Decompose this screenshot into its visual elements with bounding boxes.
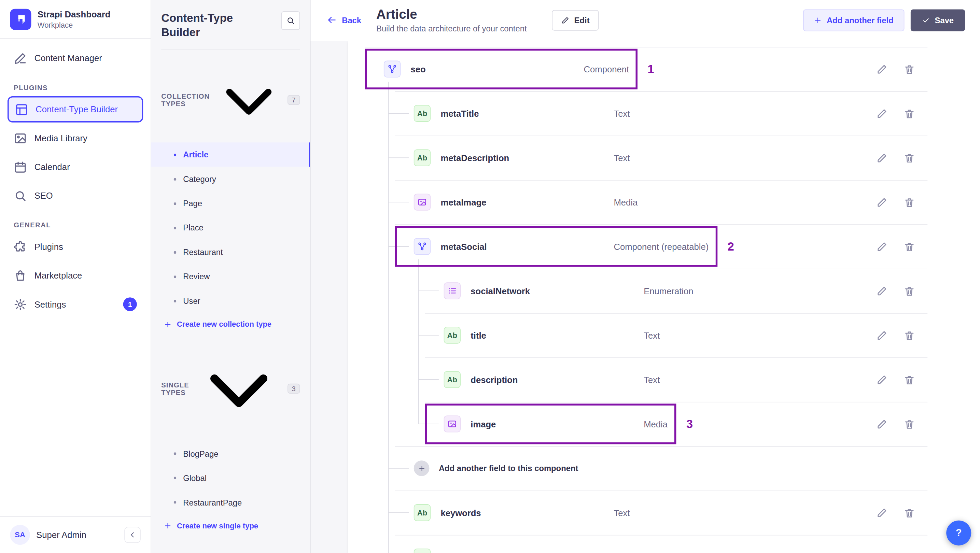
sidebar-item-content-manager[interactable]: Content Manager	[8, 45, 143, 72]
brand-text: Strapi Dashboard Workplace	[38, 9, 111, 29]
bullet-icon	[174, 154, 176, 156]
tree-connector-stub	[418, 379, 439, 380]
type-item-restaurantpage[interactable]: RestaurantPage	[151, 490, 310, 515]
sidebar-item-calendar[interactable]: Calendar	[8, 154, 143, 180]
header-actions: Add another field Save	[803, 9, 965, 31]
annotation-number-2: 2	[728, 240, 734, 253]
type-item-label: Review	[183, 272, 210, 281]
type-item-restaurant[interactable]: Restaurant	[151, 240, 310, 264]
sidebar-item-marketplace[interactable]: Marketplace	[8, 262, 143, 289]
edit-field-button[interactable]	[876, 330, 888, 341]
row-actions	[876, 108, 915, 119]
group-header-collection-types[interactable]: COLLECTION TYPES7	[161, 61, 300, 139]
save-button[interactable]: Save	[910, 9, 965, 31]
notification-badge: 1	[123, 297, 137, 311]
create-create-new-collection-type-link[interactable]: Create new collection type	[161, 320, 272, 329]
count-badge: 7	[288, 95, 300, 105]
delete-field-button[interactable]	[904, 64, 915, 75]
delete-field-button[interactable]	[904, 330, 915, 341]
bullet-icon	[174, 202, 176, 205]
field-type: Text	[614, 552, 630, 553]
edit-field-button[interactable]	[876, 418, 888, 429]
row-divider	[395, 491, 928, 491]
sidebar-item-label: Content Manager	[35, 53, 102, 63]
edit-field-button[interactable]	[876, 374, 888, 385]
tree-connector-stub	[388, 202, 409, 202]
type-item-global[interactable]: Global	[151, 466, 310, 490]
strapi-logo-icon[interactable]	[10, 9, 31, 30]
group-header-single-types[interactable]: SINGLE TYPES3	[161, 340, 300, 438]
collapse-sidebar-button[interactable]	[124, 527, 141, 543]
edit-field-button[interactable]	[876, 197, 888, 208]
delete-field-button[interactable]	[904, 152, 915, 164]
field-type: Text	[614, 108, 630, 118]
search-button[interactable]	[282, 11, 300, 30]
type-item-label: RestaurantPage	[183, 498, 242, 507]
type-item-blogpage[interactable]: BlogPage	[151, 442, 310, 466]
delete-field-button[interactable]	[904, 285, 915, 297]
type-item-review[interactable]: Review	[151, 265, 310, 289]
type-item-place[interactable]: Place	[151, 216, 310, 240]
back-button[interactable]: Back	[327, 15, 361, 25]
type-item-label: Page	[183, 199, 202, 208]
row-divider	[395, 446, 928, 447]
chevron-down-icon	[210, 61, 288, 139]
fields-card: seoComponent1AbmetaTitleTextAbmetaDescri…	[348, 41, 980, 553]
field-name: seo	[411, 64, 426, 74]
delete-field-button[interactable]	[904, 108, 915, 119]
pen-icon	[14, 52, 27, 65]
add-field-to-component-row[interactable]: Add another field to this component	[348, 446, 980, 491]
field-name: metaSocial	[441, 242, 487, 251]
sidebar-item-plugins[interactable]: Plugins	[8, 234, 143, 260]
help-button[interactable]: ?	[946, 521, 971, 545]
brand: Strapi Dashboard Workplace	[0, 0, 151, 38]
field-row-metaDescription: AbmetaDescriptionText	[348, 135, 980, 180]
chevron-down-icon	[190, 340, 288, 438]
delete-field-button[interactable]	[904, 241, 915, 252]
row-divider	[425, 269, 928, 269]
row-divider	[395, 535, 928, 536]
sidebar-item-seo[interactable]: SEO	[8, 182, 143, 208]
delete-field-button[interactable]	[904, 197, 915, 208]
edit-field-button[interactable]	[876, 551, 888, 553]
plus-icon	[814, 16, 822, 24]
delete-field-button[interactable]	[904, 551, 915, 553]
sidebar-item-media-library[interactable]: Media Library	[8, 125, 143, 151]
create-create-new-single-type-link[interactable]: Create new single type	[161, 521, 258, 530]
type-item-label: BlogPage	[183, 449, 218, 458]
sidebar-item-settings[interactable]: Settings1	[8, 291, 143, 318]
tree-connector-stub	[388, 157, 409, 158]
text-field-icon: Ab	[444, 371, 461, 388]
edit-field-button[interactable]	[876, 285, 888, 297]
type-item-user[interactable]: User	[151, 289, 310, 313]
edit-field-button[interactable]	[876, 507, 888, 518]
add-field-plus-icon[interactable]	[414, 461, 430, 476]
add-another-field-button[interactable]: Add another field	[803, 9, 904, 31]
delete-field-button[interactable]	[904, 418, 915, 429]
bullet-icon	[174, 477, 176, 479]
plus-icon	[164, 521, 172, 530]
edit-field-button[interactable]	[876, 152, 888, 164]
type-item-article[interactable]: Article	[151, 143, 310, 167]
avatar[interactable]: SA	[10, 525, 30, 545]
row-divider	[425, 313, 928, 314]
field-type: Text	[644, 330, 660, 340]
edit-field-button[interactable]	[876, 241, 888, 252]
group-header-components[interactable]: COMPONENTS5	[161, 541, 300, 553]
type-item-category[interactable]: Category	[151, 167, 310, 191]
field-type: Component (repeatable)	[614, 242, 708, 251]
edit-button[interactable]: Edit	[552, 10, 599, 30]
row-actions	[876, 374, 915, 385]
field-type: Text	[614, 153, 630, 163]
type-item-page[interactable]: Page	[151, 191, 310, 215]
count-badge: 3	[288, 384, 300, 394]
row-actions	[876, 152, 915, 164]
add-field-to-component-label: Add another field to this component	[439, 464, 578, 473]
main-area: Back Article Build the data architecture…	[311, 0, 980, 553]
sidebar-nav: Content ManagerPLUGINSContent-Type Build…	[0, 38, 151, 516]
delete-field-button[interactable]	[904, 507, 915, 518]
sidebar-item-content-type-builder[interactable]: Content-Type Builder	[8, 96, 143, 122]
edit-field-button[interactable]	[876, 64, 888, 75]
delete-field-button[interactable]	[904, 374, 915, 385]
edit-field-button[interactable]	[876, 108, 888, 119]
